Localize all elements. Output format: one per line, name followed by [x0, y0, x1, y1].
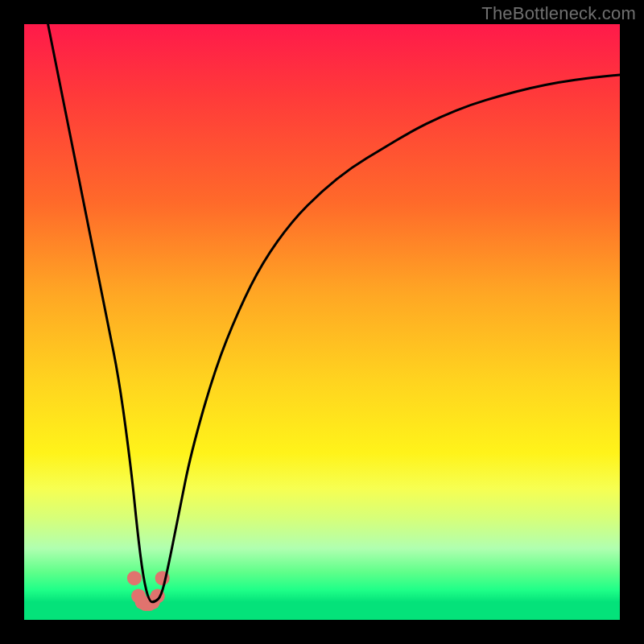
chart-frame: TheBottleneck.com	[0, 0, 644, 644]
watermark-text: TheBottleneck.com	[481, 3, 636, 24]
valley-marker	[127, 571, 142, 585]
plot-area	[24, 24, 620, 620]
bottleneck-curve	[24, 24, 620, 620]
